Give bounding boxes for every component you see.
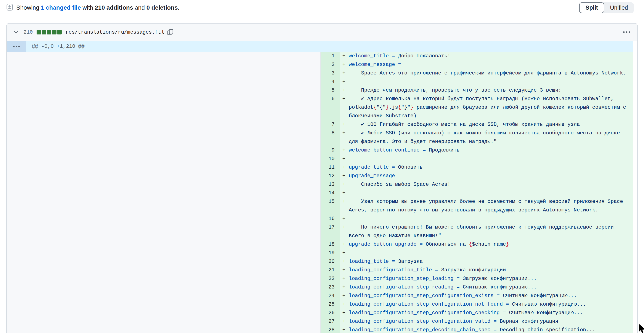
changed-files-link[interactable]: 1 changed file (41, 4, 81, 11)
line-number[interactable]: 10 (321, 154, 340, 163)
code-token: loading_configuration_step_configuration… (349, 293, 503, 298)
code-token: loading_configuration_step_configuration… (349, 310, 509, 316)
diff-line-row: 12+upgrade_message = (321, 172, 633, 180)
line-number[interactable]: 14 (321, 189, 340, 197)
code-token: Decoding chain specification... (500, 327, 595, 333)
addition-marker: + (342, 197, 349, 206)
code-line: блокчейнами Substrate) (340, 112, 633, 120)
addition-marker: + (342, 146, 349, 154)
code-line: +upgrade_title = Обновить (340, 163, 633, 172)
code-token: loading_configuration_title = (349, 267, 441, 273)
addition-marker: + (342, 154, 349, 163)
line-number[interactable]: 12 (321, 172, 340, 180)
code-token: } (410, 104, 413, 110)
code-line: + (340, 249, 633, 257)
diff-line-row: всего в одно нажатие клавиши!" (321, 232, 633, 240)
line-number[interactable]: 5 (321, 86, 340, 94)
code-line: Acres, вероятно потому что вы участвовал… (340, 206, 633, 214)
line-number[interactable]: 28 (321, 326, 340, 333)
line-number[interactable]: 22 (321, 274, 340, 283)
line-number[interactable]: 2 (321, 60, 340, 69)
hunk-expand-button[interactable] (7, 41, 26, 52)
summary-deletions: 0 deletions (146, 4, 178, 11)
mouse-cursor (638, 323, 644, 333)
line-number-continuation (321, 206, 340, 214)
addition-marker: + (342, 86, 349, 94)
diff-line-row: для фарминга. Это и будет генерировать н… (321, 138, 633, 146)
diff-line-row: 27+loading_configuration_step_configurat… (321, 317, 633, 326)
addition-marker: + (342, 240, 349, 249)
line-number[interactable]: 15 (321, 197, 340, 206)
file-diff-icon (6, 4, 13, 12)
line-number[interactable]: 17 (321, 223, 340, 232)
line-number[interactable]: 13 (321, 180, 340, 189)
line-number[interactable]: 6 (321, 94, 340, 103)
code-token: .js (389, 104, 398, 110)
line-number[interactable]: 20 (321, 257, 340, 266)
kebab-horizontal-icon[interactable] (622, 30, 631, 34)
split-view-button[interactable]: Split (579, 2, 604, 13)
diff-view-toggle: Split Unified (579, 2, 634, 13)
line-number[interactable]: 16 (321, 214, 340, 223)
addition-marker: + (342, 274, 349, 283)
line-number[interactable]: 24 (321, 292, 340, 300)
copy-icon[interactable] (167, 29, 174, 35)
code-token: upgrade_message = (349, 173, 401, 179)
code-token: для фарминга. Это и будет генерировать н… (349, 139, 496, 144)
diff-panes: 1+welcome_title = Добро Пожаловать!2+wel… (7, 52, 633, 333)
line-number[interactable]: 8 (321, 129, 340, 138)
code-token: { (469, 242, 472, 247)
diff-line-row: 25+loading_configuration_step_configurat… (321, 300, 633, 308)
code-line: +loading_configuration_step_decoding_cha… (340, 326, 633, 333)
code-line: +upgrade_button_upgrade = Обновиться на … (340, 240, 633, 249)
code-line: +loading_configuration_step_configuratio… (340, 308, 633, 317)
addition-marker: + (342, 266, 349, 274)
addition-marker: + (342, 172, 349, 180)
ellipsis-expand-icon (12, 45, 20, 48)
code-token: Узел которым вы ранее управляли более не… (349, 198, 623, 204)
line-number[interactable]: 27 (321, 317, 340, 326)
line-number[interactable]: 23 (321, 283, 340, 292)
code-token: Но ничего страшного! Вы можете обновить … (349, 224, 614, 230)
code-line: + ✔ Любой SSD (или несколько) с как можн… (340, 129, 633, 138)
code-token: welcome_button_continue = (349, 147, 429, 153)
line-number[interactable]: 19 (321, 249, 340, 257)
addition-marker: + (342, 120, 349, 129)
line-number[interactable]: 26 (321, 308, 340, 317)
diff-line-row: 7+ ✔ 100 Гигабайт свободного места на ди… (321, 120, 633, 129)
diff-table: @@ -0,0 +1,210 @@ 1+welcome_title = Добр… (7, 41, 633, 333)
line-number[interactable]: 25 (321, 300, 340, 308)
code-token: Загрузка (398, 258, 422, 264)
addition-marker: + (342, 214, 349, 223)
code-token: Space Acres это приложение с графическим… (349, 70, 626, 76)
code-token: $chain_name (472, 242, 506, 247)
code-line: + Спасибо за выбор Space Acres! (340, 180, 633, 189)
line-number[interactable]: 1 (321, 52, 340, 60)
line-number[interactable]: 3 (321, 69, 340, 78)
line-number[interactable]: 9 (321, 146, 340, 154)
line-number[interactable]: 7 (321, 120, 340, 129)
code-token: { (373, 104, 376, 110)
code-line: +loading_configuration_step_configuratio… (340, 292, 633, 300)
line-number[interactable]: 21 (321, 266, 340, 274)
code-token: { (398, 104, 401, 110)
code-token: } (506, 242, 509, 247)
line-number-continuation (321, 138, 340, 146)
code-token: "}" (401, 104, 410, 110)
chevron-down-icon[interactable] (13, 29, 19, 35)
code-line: + ✔ 100 Гигабайт свободного места на дис… (340, 120, 633, 129)
code-line: + (340, 189, 633, 197)
code-token: welcome_title = (349, 53, 398, 59)
line-number[interactable]: 18 (321, 240, 340, 249)
code-token: Считываю конфигурацию... (503, 293, 577, 298)
code-line: +welcome_title = Добро Пожаловать! (340, 52, 633, 60)
diff-left-pane-empty (7, 52, 321, 333)
code-token: loading_configuration_step_loading = (349, 276, 463, 282)
diff-line-row: 19+ (321, 249, 633, 257)
line-number[interactable]: 4 (321, 78, 340, 86)
code-token: Считываю конфигурацию... (463, 284, 537, 290)
line-number[interactable]: 11 (321, 163, 340, 172)
code-line: + (340, 154, 633, 163)
diff-line-row: блокчейнами Substrate) (321, 112, 633, 120)
unified-view-button[interactable]: Unified (604, 2, 634, 13)
